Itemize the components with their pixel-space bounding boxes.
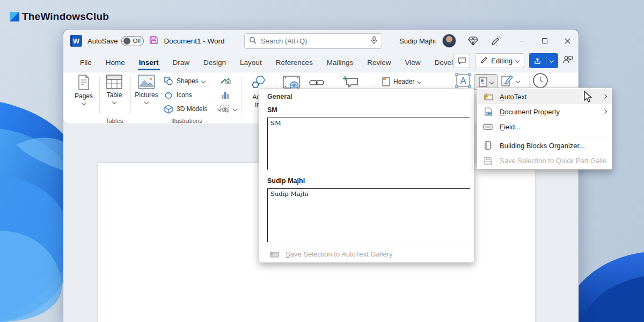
- gallery-entry-name: Sudip Majhi: [267, 177, 305, 185]
- comments-button[interactable]: [453, 54, 470, 68]
- autotext-icon: [482, 93, 493, 101]
- tab-review[interactable]: Review: [360, 54, 398, 71]
- editing-label: Editing: [491, 57, 513, 65]
- link-button[interactable]: [309, 77, 325, 89]
- tab-insert[interactable]: Insert: [132, 54, 166, 71]
- tab-references[interactable]: References: [269, 54, 320, 71]
- chevron-down-icon: [550, 58, 554, 63]
- submenu-chevron-icon: [603, 109, 607, 114]
- tab-mailings[interactable]: Mailings: [320, 54, 361, 71]
- signature-line-icon: [501, 75, 513, 87]
- field-icon: [482, 124, 493, 130]
- save-icon[interactable]: [149, 35, 158, 47]
- close-button[interactable]: [556, 30, 579, 52]
- submenu-chevron-icon: [603, 94, 607, 99]
- chevron-down-icon: [201, 79, 205, 83]
- chevron-down-icon: [417, 79, 421, 84]
- editing-mode-button[interactable]: Editing: [475, 53, 524, 68]
- thewindowsclub-logo-icon: [10, 12, 19, 21]
- pictures-icon: [138, 75, 155, 90]
- minimize-button[interactable]: [511, 30, 533, 52]
- smartart-button[interactable]: [220, 75, 231, 87]
- chevron-down-icon: [516, 79, 520, 83]
- table-button[interactable]: Table: [99, 75, 129, 104]
- pencil-icon: [480, 56, 488, 65]
- menu-item-save-selection-quick-part: Save Selection to Quick Part Gallery...: [477, 153, 612, 168]
- clock-icon: [532, 72, 548, 89]
- search-icon: [249, 36, 257, 46]
- shapes-icon: [164, 77, 173, 85]
- tab-home[interactable]: Home: [99, 54, 132, 71]
- tab-file[interactable]: File: [73, 54, 99, 71]
- autosave-control[interactable]: AutoSave Off: [87, 36, 144, 46]
- autosave-label: AutoSave: [87, 37, 118, 45]
- tab-design[interactable]: Design: [196, 54, 233, 71]
- maximize-button[interactable]: [533, 30, 556, 52]
- menu-item-field[interactable]: Field...: [477, 119, 612, 134]
- autosave-state: Off: [133, 38, 141, 44]
- dictate-mic-icon[interactable]: [371, 36, 377, 47]
- menu-item-building-blocks-organizer[interactable]: Building Blocks Organizer...: [477, 138, 612, 153]
- save-selection-to-autotext-gallery: Save Selection to AutoText Gallery: [259, 245, 474, 262]
- screenshot-button[interactable]: [220, 103, 237, 115]
- pages-icon: [77, 75, 91, 91]
- link-icon: [309, 78, 325, 87]
- header-button[interactable]: Header: [382, 76, 421, 87]
- search-input[interactable]: [261, 37, 367, 45]
- pictures-button[interactable]: Pictures: [131, 75, 162, 104]
- icons-icon: [164, 91, 173, 99]
- chart-icon: [221, 91, 230, 99]
- gallery-section-title: General: [267, 93, 292, 100]
- gallery-entry-preview[interactable]: Sudip Majhi: [267, 188, 470, 242]
- autotext-gallery-panel: General SM SM Sudip Majhi Sudip Majhi Sa…: [259, 89, 474, 263]
- tab-layout[interactable]: Layout: [233, 54, 269, 71]
- shapes-button[interactable]: Shapes: [164, 75, 205, 87]
- tab-draw[interactable]: Draw: [166, 54, 197, 71]
- signature-line-button[interactable]: [501, 75, 519, 87]
- thewindowsclub-logo-text: TheWindowsClub: [22, 11, 109, 23]
- icons-button[interactable]: Icons: [164, 89, 192, 101]
- date-time-button[interactable]: [532, 75, 548, 86]
- title-bar: W AutoSave Off Document1 - Word: [63, 30, 579, 52]
- table-icon: [106, 75, 122, 90]
- document-title: Document1 - Word: [164, 37, 224, 45]
- document-property-icon: [482, 107, 493, 116]
- building-blocks-icon: [482, 141, 493, 150]
- mouse-cursor: [583, 91, 594, 104]
- menu-item-document-property[interactable]: Document Property: [477, 104, 612, 119]
- new-comment-icon: [342, 76, 358, 87]
- text-box-button[interactable]: A: [455, 75, 471, 86]
- chevron-down-icon: [489, 80, 493, 84]
- user-avatar[interactable]: [442, 34, 456, 48]
- chevron-down-icon: [112, 100, 116, 104]
- autotext-save-icon: [268, 250, 279, 258]
- chevron-down-icon: [82, 101, 86, 105]
- gallery-entry-preview[interactable]: SM: [267, 118, 470, 170]
- screenshot-icon: [220, 105, 230, 113]
- coming-soon-megaphone-icon[interactable]: [488, 33, 504, 49]
- menu-separator: [478, 136, 611, 136]
- share-button[interactable]: [529, 53, 558, 68]
- header-icon: [382, 77, 390, 86]
- gem-insider-icon[interactable]: [465, 33, 481, 49]
- tab-view[interactable]: View: [398, 54, 427, 71]
- gallery-entry-name: SM: [267, 106, 277, 114]
- account-user-name[interactable]: Sudip Majhi: [399, 37, 436, 45]
- chevron-down-icon: [144, 100, 149, 104]
- quick-parts-icon: [479, 77, 487, 87]
- autosave-toggle[interactable]: Off: [121, 36, 144, 46]
- chevron-down-icon: [233, 107, 237, 111]
- smartart-icon: [220, 77, 231, 85]
- chart-button[interactable]: [221, 89, 230, 101]
- 3d-models-icon: [164, 105, 173, 114]
- pages-button[interactable]: Pages: [69, 75, 99, 105]
- thewindowsclub-logo: TheWindowsClub: [10, 11, 109, 23]
- 3d-models-button[interactable]: 3D Models: [164, 103, 221, 115]
- save-disabled-icon: [482, 157, 493, 165]
- catch-up-people-icon[interactable]: [563, 55, 573, 66]
- share-icon: [534, 57, 542, 64]
- new-comment-button[interactable]: [342, 76, 358, 87]
- word-app-icon[interactable]: W: [70, 35, 82, 47]
- autosave-toggle-knob: [123, 38, 130, 45]
- search-box[interactable]: [244, 33, 382, 49]
